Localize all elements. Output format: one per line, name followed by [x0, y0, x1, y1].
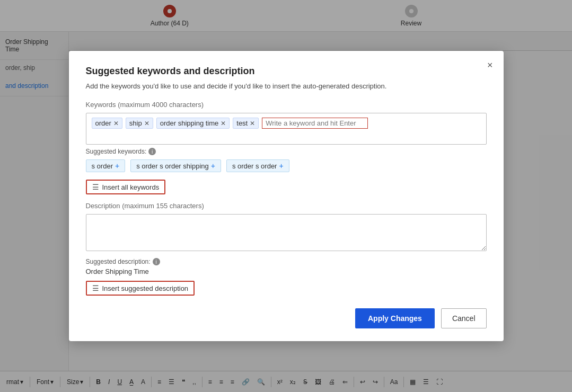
suggested-tag-s-order-shipping[interactable]: s order s order shipping + [130, 159, 221, 172]
suggested-tag-text: s order [92, 162, 113, 170]
cancel-button[interactable]: Cancel [441, 308, 487, 328]
modal-title: Suggested keywords and description [86, 66, 487, 77]
keyword-tag-text: order shipping time [160, 119, 219, 127]
modal-overlay: × Suggested keywords and description Add… [0, 0, 572, 392]
keywords-input-box[interactable]: order ✕ ship ✕ order shipping time ✕ tes… [86, 113, 487, 145]
keywords-label: Keywords (maximum 4000 characters) [86, 101, 487, 109]
description-label: Description (maximum 155 characters) [86, 202, 487, 210]
keyword-tag-ship: ship ✕ [126, 118, 153, 129]
suggested-desc-info-icon[interactable]: i [153, 258, 160, 265]
apply-changes-button[interactable]: Apply Changes [355, 308, 435, 328]
insert-all-label: Insert all keywords [102, 183, 160, 191]
keyword-tag-text: order [95, 119, 111, 127]
insert-desc-label: Insert suggested description [102, 284, 189, 292]
keyword-remove-ship[interactable]: ✕ [144, 120, 149, 127]
suggested-description-label: Suggested description: i [86, 258, 487, 265]
modal-close-button[interactable]: × [487, 60, 493, 70]
suggested-tag-text: s order s order shipping [136, 162, 209, 170]
suggested-tag-s-order[interactable]: s order + [86, 159, 126, 172]
suggested-tag-text: s order s order [232, 162, 277, 170]
suggested-tag-plus: + [279, 162, 283, 170]
insert-desc-icon: ☰ [92, 284, 99, 292]
keyword-remove-order[interactable]: ✕ [113, 120, 119, 127]
description-textarea[interactable] [86, 214, 487, 251]
suggested-keywords-label-text: Suggested keywords: [86, 148, 147, 155]
description-label-sub: (maximum 155 characters) [122, 202, 204, 210]
insert-suggested-description-button[interactable]: ☰ Insert suggested description [86, 281, 195, 296]
suggested-description-text: Order Shipping Time [86, 268, 487, 275]
keyword-remove-ost[interactable]: ✕ [221, 120, 226, 127]
suggested-tag-plus: + [211, 162, 215, 170]
description-label-main: Description [86, 202, 120, 210]
keyword-tag-order: order ✕ [92, 118, 122, 129]
suggested-tag-plus: + [115, 162, 119, 170]
modal-footer: Apply Changes Cancel [86, 308, 487, 328]
keyword-input-field[interactable] [262, 118, 368, 129]
insert-all-icon: ☰ [92, 183, 99, 191]
keywords-label-main: Keywords [86, 101, 116, 109]
keyword-tag-order-shipping-time: order shipping time ✕ [156, 118, 230, 129]
keyword-tag-text: ship [129, 119, 142, 127]
keyword-remove-test[interactable]: ✕ [250, 120, 255, 127]
suggested-desc-label-text: Suggested description: [86, 258, 151, 265]
keyword-input-wrapper [262, 118, 480, 129]
suggested-keywords-label: Suggested keywords: i [86, 148, 487, 155]
suggested-keywords-row: s order + s order s order shipping + s o… [86, 159, 487, 172]
suggested-tag-s-order-order[interactable]: s order s order + [226, 159, 289, 172]
modal-subtitle: Add the keywords you'd like to use and d… [86, 82, 487, 90]
keyword-tag-text: test [236, 119, 248, 127]
keywords-label-sub: (maximum 4000 characters) [118, 101, 204, 109]
insert-all-keywords-button[interactable]: ☰ Insert all keywords [86, 180, 166, 194]
modal-dialog: × Suggested keywords and description Add… [69, 51, 504, 341]
suggested-keywords-info-icon[interactable]: i [148, 148, 156, 155]
keyword-tag-test: test ✕ [233, 118, 259, 129]
